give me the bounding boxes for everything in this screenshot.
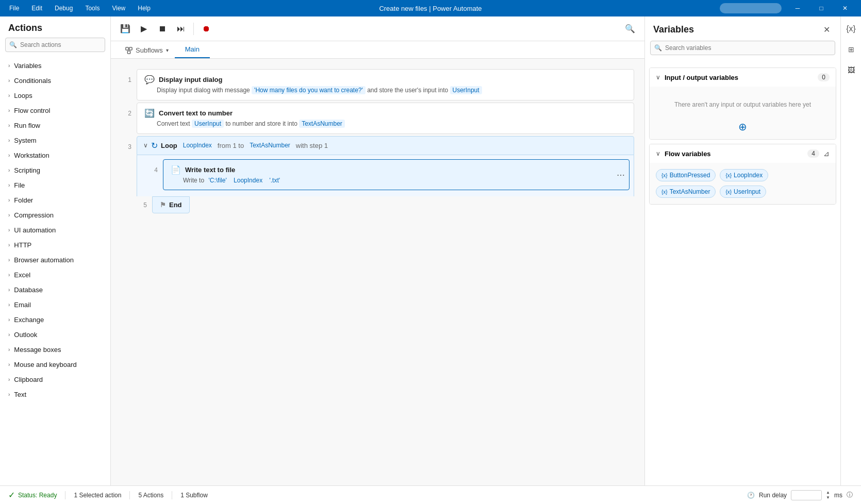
menu-file[interactable]: File — [4, 3, 24, 14]
more-options-button[interactable]: ⋯ — [617, 170, 625, 179]
inner-step-desc: Write to 'C:\file' LoopIndex '.txt' — [171, 176, 622, 185]
action-item-outlook[interactable]: ›Outlook — [0, 327, 110, 342]
subflows-tab-label: Subflows — [136, 46, 163, 54]
step-title-2: Convert text to number — [159, 109, 233, 117]
variables-title: Variables — [653, 24, 694, 35]
step-card-1[interactable]: 💬 Display input dialog Display input dia… — [137, 69, 634, 100]
status-separator-2 — [129, 491, 130, 499]
loop-inner-card[interactable]: 📄 Write text to file Write to 'C:\file' … — [163, 159, 630, 191]
run-next-button[interactable]: ⏭ — [173, 21, 189, 37]
status-check-icon: ✓ — [8, 490, 15, 500]
add-io-variable-button[interactable]: ⊕ — [738, 121, 747, 133]
var-chip-label: TextAsNumber — [670, 188, 710, 195]
action-label: Compression — [14, 211, 54, 219]
stepper-down-icon[interactable]: ▼ — [826, 495, 830, 500]
action-item-mouse-keyboard[interactable]: ›Mouse and keyboard — [0, 357, 110, 372]
action-label: Flow control — [14, 107, 50, 114]
action-item-text[interactable]: ›Text — [0, 387, 110, 402]
action-item-workstation[interactable]: ›Workstation — [0, 148, 110, 163]
action-item-http[interactable]: ›HTTP — [0, 238, 110, 253]
record-button[interactable]: ⏺ — [198, 21, 214, 37]
close-button[interactable]: ✕ — [833, 0, 857, 16]
var-chip-user-input[interactable]: {x} UserInput — [720, 186, 766, 198]
total-actions-count: 5 Actions — [138, 492, 163, 499]
flow-filter-icon[interactable]: ⊿ — [823, 149, 830, 158]
flow-count-badge: 4 — [807, 149, 819, 158]
action-item-email[interactable]: ›Email — [0, 297, 110, 312]
action-item-folder[interactable]: ›Folder — [0, 193, 110, 208]
flow-section-header[interactable]: ∨ Flow variables 4 ⊿ — [650, 144, 836, 163]
end-number: 5 — [137, 201, 152, 209]
var-chip-button-pressed[interactable]: {x} ButtonPressed — [656, 169, 716, 181]
search-variables-input[interactable] — [650, 41, 835, 55]
window-controls[interactable]: ─ □ ✕ — [786, 0, 857, 16]
end-block: 5 ⚑ End — [137, 196, 634, 213]
tab-main[interactable]: Main — [175, 41, 210, 58]
loop-index-var: LoopIndex — [180, 141, 214, 149]
run-delay-input[interactable]: 100 — [791, 490, 822, 500]
run-delay-stepper[interactable]: ▲ ▼ — [826, 490, 830, 500]
side-icon-layers[interactable]: ⊞ — [843, 41, 859, 58]
side-icon-variables[interactable]: {x} — [843, 21, 859, 37]
action-item-excel[interactable]: ›Excel — [0, 267, 110, 282]
side-icon-images[interactable]: 🖼 — [843, 62, 859, 78]
action-item-variables[interactable]: ›Variables — [0, 58, 110, 73]
menu-edit[interactable]: Edit — [26, 3, 47, 14]
action-item-file[interactable]: ›File — [0, 178, 110, 193]
menu-debug[interactable]: Debug — [49, 3, 78, 14]
toolbar-search-button[interactable]: 🔍 — [622, 21, 638, 37]
step-card-2[interactable]: 🔄 Convert text to number Convert text Us… — [137, 103, 634, 134]
action-item-conditionals[interactable]: ›Conditionals — [0, 73, 110, 88]
chevron-right-icon: › — [8, 377, 10, 382]
toolbar: 💾 ▶ ⏹ ⏭ ⏺ 🔍 — [111, 16, 644, 41]
minimize-button[interactable]: ─ — [786, 0, 809, 16]
action-item-database[interactable]: ›Database — [0, 282, 110, 297]
tabs-bar: Subflows ▾ Main — [111, 41, 644, 59]
action-item-clipboard[interactable]: ›Clipboard — [0, 372, 110, 387]
inner-step-header: 📄 Write text to file — [171, 165, 622, 175]
menu-bar[interactable]: File Edit Debug Tools View Help — [4, 3, 156, 14]
save-button[interactable]: 💾 — [117, 21, 134, 37]
flow-vars-body: {x} ButtonPressed {x} LoopIndex {x} Text… — [650, 163, 836, 204]
chevron-right-icon: › — [8, 123, 10, 128]
user-avatar — [720, 3, 782, 13]
action-label: HTTP — [14, 241, 31, 249]
maximize-button[interactable]: □ — [809, 0, 833, 16]
run-button[interactable]: ▶ — [136, 21, 152, 37]
stepper-up-icon[interactable]: ▲ — [826, 490, 830, 495]
variables-close-button[interactable]: ✕ — [821, 23, 832, 37]
stop-button[interactable]: ⏹ — [154, 21, 171, 37]
chevron-right-icon: › — [8, 242, 10, 248]
var-chip-icon: {x} — [661, 173, 668, 178]
menu-tools[interactable]: Tools — [80, 3, 105, 14]
end-card[interactable]: ⚑ End — [152, 196, 190, 213]
action-item-message-boxes[interactable]: ›Message boxes — [0, 342, 110, 357]
action-item-loops[interactable]: ›Loops — [0, 88, 110, 103]
menu-help[interactable]: Help — [133, 3, 156, 14]
var-chip-loop-index[interactable]: {x} LoopIndex — [720, 169, 768, 181]
action-item-ui-automation[interactable]: ›UI automation — [0, 223, 110, 238]
svg-rect-2 — [127, 51, 130, 53]
selected-action-count: 1 Selected action — [74, 492, 121, 499]
menu-view[interactable]: View — [107, 3, 130, 14]
io-section-header[interactable]: ∨ Input / output variables 0 — [650, 68, 836, 87]
io-count-badge: 0 — [818, 73, 830, 81]
step-header-2: 🔄 Convert text to number — [144, 108, 626, 118]
loop-collapse-button[interactable]: ∨ — [143, 142, 148, 149]
info-icon[interactable]: ⓘ — [847, 491, 853, 499]
action-item-system[interactable]: ›System — [0, 133, 110, 148]
action-label: Outlook — [14, 331, 37, 339]
action-item-browser-automation[interactable]: ›Browser automation — [0, 253, 110, 267]
search-actions-input[interactable] — [5, 38, 105, 52]
desc-text: Convert text — [157, 120, 192, 127]
action-item-scripting[interactable]: ›Scripting — [0, 163, 110, 178]
action-item-flow-control[interactable]: ›Flow control — [0, 103, 110, 118]
var-chip-text-as-number[interactable]: {x} TextAsNumber — [656, 186, 716, 198]
inner-step-title: Write text to file — [185, 166, 235, 174]
action-item-exchange[interactable]: ›Exchange — [0, 312, 110, 327]
action-item-compression[interactable]: ›Compression — [0, 208, 110, 223]
chevron-right-icon: › — [8, 317, 10, 323]
tab-subflows[interactable]: Subflows ▾ — [119, 42, 175, 58]
action-item-run-flow[interactable]: ›Run flow — [0, 118, 110, 133]
svg-rect-1 — [129, 47, 132, 49]
